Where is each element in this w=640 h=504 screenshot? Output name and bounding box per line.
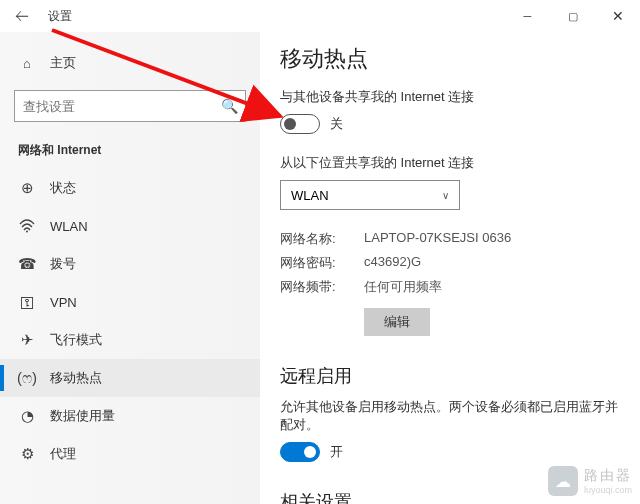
sidebar-item-label: 状态 [50, 179, 76, 197]
sidebar-item-data-usage[interactable]: ◔ 数据使用量 [0, 397, 260, 435]
dialup-icon: ☎ [18, 255, 36, 273]
sidebar-item-label: 飞行模式 [50, 331, 102, 349]
vpn-icon: ⚿ [18, 294, 36, 311]
share-from-select[interactable]: WLAN ∨ [280, 180, 460, 210]
svg-point-0 [26, 231, 28, 233]
home-link[interactable]: ⌂ 主页 [0, 44, 260, 82]
sidebar-item-wlan[interactable]: WLAN [0, 207, 260, 245]
sidebar: ⌂ 主页 🔍 网络和 Internet ⊕ 状态 WLAN ☎ 拨号 ⚿ VPN… [0, 32, 260, 504]
home-label: 主页 [50, 54, 76, 72]
share-toggle[interactable] [280, 114, 320, 134]
sidebar-item-hotspot[interactable]: (ෆ) 移动热点 [0, 359, 260, 397]
airplane-icon: ✈ [18, 331, 36, 349]
share-from-value: WLAN [291, 188, 329, 203]
content-area: 移动热点 与其他设备共享我的 Internet 连接 关 从以下位置共享我的 I… [260, 32, 640, 504]
sidebar-item-label: 数据使用量 [50, 407, 115, 425]
share-from-label: 从以下位置共享我的 Internet 连接 [280, 154, 620, 172]
sidebar-item-status[interactable]: ⊕ 状态 [0, 169, 260, 207]
remote-description: 允许其他设备启用移动热点。两个设备必须都已启用蓝牙并配对。 [280, 398, 620, 434]
search-input[interactable] [14, 90, 246, 122]
remote-title: 远程启用 [280, 364, 620, 388]
net-band-key: 网络频带: [280, 278, 364, 296]
chevron-down-icon: ∨ [442, 190, 449, 201]
net-name-key: 网络名称: [280, 230, 364, 248]
maximize-button[interactable]: ▢ [550, 0, 595, 32]
edit-button[interactable]: 编辑 [364, 308, 430, 336]
home-icon: ⌂ [18, 56, 36, 71]
wifi-icon [18, 219, 36, 233]
group-header: 网络和 Internet [0, 136, 260, 169]
net-pwd-value: c43692)G [364, 254, 421, 272]
related-title: 相关设置 [280, 490, 620, 504]
sidebar-item-label: WLAN [50, 219, 88, 234]
sidebar-item-label: VPN [50, 295, 77, 310]
net-name-value: LAPTOP-07KSEJSI 0636 [364, 230, 511, 248]
share-toggle-state: 关 [330, 115, 343, 133]
sidebar-item-label: 拨号 [50, 255, 76, 273]
remote-toggle[interactable] [280, 442, 320, 462]
proxy-icon: ⚙ [18, 445, 36, 463]
share-description: 与其他设备共享我的 Internet 连接 [280, 88, 620, 106]
sidebar-item-airplane[interactable]: ✈ 飞行模式 [0, 321, 260, 359]
sidebar-item-label: 代理 [50, 445, 76, 463]
sidebar-item-label: 移动热点 [50, 369, 102, 387]
sidebar-item-vpn[interactable]: ⚿ VPN [0, 283, 260, 321]
back-button[interactable]: 🡠 [0, 0, 44, 32]
window-title: 设置 [48, 8, 72, 25]
close-button[interactable]: ✕ [595, 0, 640, 32]
hotspot-icon: (ෆ) [18, 369, 36, 387]
page-title: 移动热点 [280, 44, 620, 74]
remote-toggle-state: 开 [330, 443, 343, 461]
sidebar-item-dialup[interactable]: ☎ 拨号 [0, 245, 260, 283]
net-pwd-key: 网络密码: [280, 254, 364, 272]
minimize-button[interactable]: ─ [505, 0, 550, 32]
net-band-value: 任何可用频率 [364, 278, 442, 296]
data-usage-icon: ◔ [18, 407, 36, 425]
sidebar-item-proxy[interactable]: ⚙ 代理 [0, 435, 260, 473]
status-icon: ⊕ [18, 179, 36, 197]
